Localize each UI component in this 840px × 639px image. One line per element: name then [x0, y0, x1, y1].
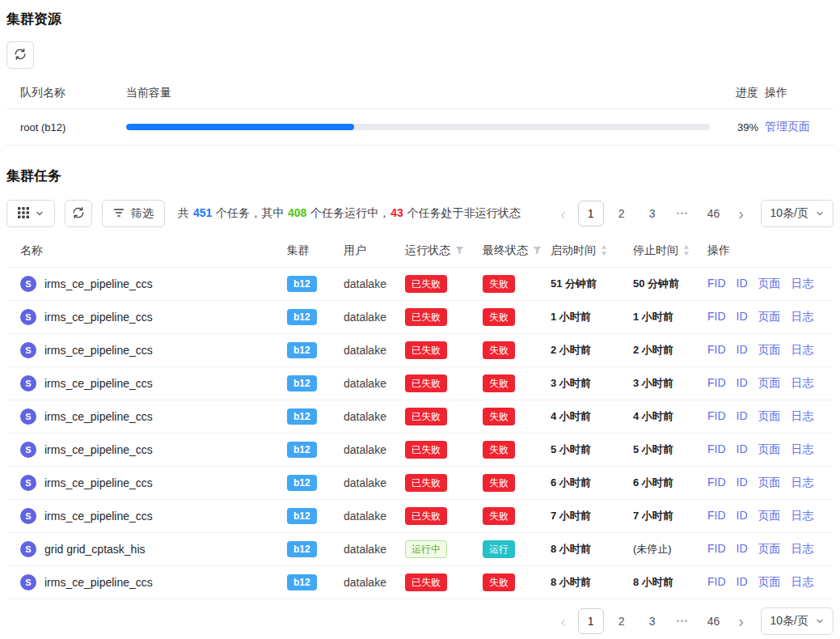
action-link-fid[interactable]: FID — [707, 509, 726, 523]
action-link-page[interactable]: 页面 — [758, 277, 781, 291]
tasks-refresh-button[interactable] — [65, 200, 92, 227]
action-link-page[interactable]: 页面 — [758, 409, 781, 424]
action-link-fid[interactable]: FID — [707, 442, 726, 457]
action-link-id[interactable]: ID — [737, 542, 748, 556]
action-link-log[interactable]: 日志 — [791, 310, 814, 324]
filter-button[interactable]: 筛选 — [102, 200, 165, 227]
action-link-page[interactable]: 页面 — [758, 542, 781, 556]
pagination-page-46[interactable]: 46 — [701, 608, 727, 634]
column-header-run-status[interactable]: 运行状态 — [405, 243, 483, 258]
pagination-next[interactable]: › — [732, 201, 751, 226]
stop-time: 5 小时前 — [633, 442, 707, 457]
task-name-cell: Sirms_ce_pipeline_ccs — [20, 408, 287, 425]
stop-time: 1 小时前 — [633, 310, 707, 324]
action-link-fid[interactable]: FID — [707, 343, 726, 358]
task-name: irms_ce_pipeline_ccs — [44, 344, 153, 357]
action-link-page[interactable]: 页面 — [758, 310, 781, 324]
action-link-id[interactable]: ID — [737, 509, 748, 523]
resources-table: 队列名称 当前容量 进度 操作 root (b12) 39% 管理页面 — [6, 77, 834, 146]
filter-funnel-icon[interactable] — [455, 246, 464, 255]
column-header-capacity: 当前容量 — [126, 86, 710, 100]
cluster-badge: b12 — [287, 276, 317, 292]
final-status-cell: 失败 — [483, 441, 551, 459]
start-time: 4 小时前 — [551, 409, 633, 424]
run-status-badge: 已失败 — [405, 275, 447, 293]
layout-dropdown-button[interactable] — [6, 200, 55, 227]
action-link-page[interactable]: 页面 — [758, 442, 781, 457]
filter-funnel-icon[interactable] — [533, 246, 542, 255]
task-row: Sirms_ce_pipeline_ccsb12datalake已失败失败5 小… — [6, 434, 834, 467]
column-label: 用户 — [344, 243, 366, 258]
action-link-page[interactable]: 页面 — [758, 509, 781, 523]
column-label: 运行状态 — [405, 243, 450, 258]
action-link-id[interactable]: ID — [737, 310, 748, 324]
start-time: 5 小时前 — [551, 442, 633, 457]
action-link-id[interactable]: ID — [737, 476, 748, 490]
running-task-count: 408 — [288, 206, 306, 219]
action-link-page[interactable]: 页面 — [758, 476, 781, 490]
column-header-final-status[interactable]: 最终状态 — [483, 243, 551, 258]
task-avatar: S — [20, 309, 36, 325]
action-link-log[interactable]: 日志 — [791, 575, 814, 590]
action-link-log[interactable]: 日志 — [791, 277, 814, 291]
action-link-page[interactable]: 页面 — [758, 376, 781, 391]
sort-icon[interactable] — [683, 245, 690, 256]
start-time: 3 小时前 — [551, 376, 633, 391]
resources-refresh-button[interactable] — [6, 41, 34, 69]
pagination-ellipsis: ••• — [670, 201, 696, 226]
action-link-id[interactable]: ID — [737, 376, 748, 391]
chevron-down-icon — [816, 615, 824, 628]
action-link-fid[interactable]: FID — [707, 476, 726, 490]
task-name: irms_ce_pipeline_ccs — [44, 410, 153, 423]
pagination-page-3[interactable]: 3 — [639, 608, 665, 634]
refresh-icon — [14, 48, 27, 63]
action-link-id[interactable]: ID — [737, 277, 748, 291]
action-link-id[interactable]: ID — [737, 442, 748, 457]
pagination-prev[interactable]: ‹ — [554, 201, 573, 226]
final-status-cell: 失败 — [483, 507, 551, 525]
action-link-log[interactable]: 日志 — [791, 442, 814, 457]
action-link-fid[interactable]: FID — [707, 310, 726, 324]
page-size-select[interactable]: 10条/页 — [761, 200, 834, 227]
action-link-id[interactable]: ID — [737, 575, 748, 590]
action-link-fid[interactable]: FID — [707, 409, 726, 424]
pagination-page-46[interactable]: 46 — [701, 201, 727, 226]
column-header-stop-time[interactable]: 停止时间 — [633, 243, 707, 258]
action-link-log[interactable]: 日志 — [791, 509, 814, 523]
action-link-id[interactable]: ID — [737, 409, 748, 424]
pagination-page-1[interactable]: 1 — [578, 608, 604, 634]
task-name: irms_ce_pipeline_ccs — [44, 576, 153, 589]
start-time: 2 小时前 — [551, 343, 633, 358]
task-row: Sirms_ce_pipeline_ccsb12datalake已失败失败4 小… — [6, 400, 834, 434]
pagination-page-2[interactable]: 2 — [609, 608, 635, 634]
sort-icon[interactable] — [601, 245, 607, 256]
action-link-page[interactable]: 页面 — [758, 575, 781, 590]
action-link-fid[interactable]: FID — [707, 277, 726, 291]
pagination-page-3[interactable]: 3 — [639, 201, 665, 226]
column-header-start-time[interactable]: 启动时间 — [551, 243, 633, 258]
pagination-next[interactable]: › — [732, 608, 751, 634]
filter-icon — [113, 207, 125, 221]
chevron-down-icon — [36, 207, 44, 220]
action-link-log[interactable]: 日志 — [791, 343, 814, 358]
pagination-page-2[interactable]: 2 — [609, 201, 635, 226]
action-link-fid[interactable]: FID — [707, 575, 726, 590]
pagination-prev[interactable]: ‹ — [554, 608, 573, 634]
action-link-log[interactable]: 日志 — [791, 376, 814, 391]
manage-page-link[interactable]: 管理页面 — [765, 120, 810, 133]
task-name-cell: Sirms_ce_pipeline_ccs — [20, 309, 287, 325]
action-link-log[interactable]: 日志 — [791, 409, 814, 424]
resources-table-header: 队列名称 当前容量 进度 操作 — [6, 77, 834, 109]
stop-time: 7 小时前 — [633, 509, 707, 523]
final-status-badge: 失败 — [483, 375, 515, 392]
action-link-id[interactable]: ID — [737, 343, 748, 358]
task-name: grid grid_cptask_his — [44, 543, 146, 556]
action-link-fid[interactable]: FID — [707, 376, 726, 391]
action-link-page[interactable]: 页面 — [758, 343, 781, 358]
pagination-page-1[interactable]: 1 — [578, 201, 604, 226]
action-link-log[interactable]: 日志 — [791, 476, 814, 490]
page-size-select[interactable]: 10条/页 — [761, 607, 834, 635]
action-link-log[interactable]: 日志 — [791, 542, 814, 556]
capacity-cell — [126, 124, 710, 130]
action-link-fid[interactable]: FID — [707, 542, 726, 556]
